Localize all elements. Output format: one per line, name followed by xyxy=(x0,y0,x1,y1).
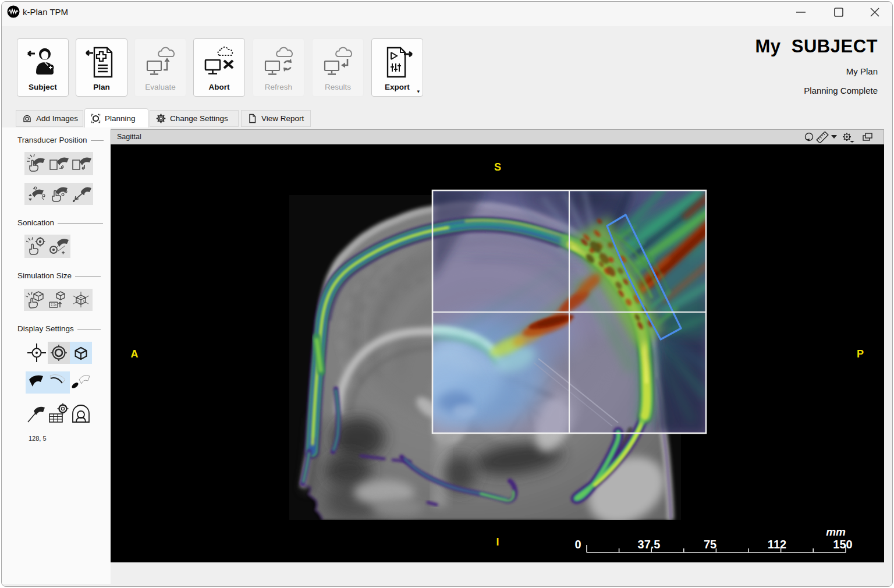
svg-text:S: S xyxy=(494,161,501,173)
svg-text:I: I xyxy=(496,536,499,548)
svg-text:112: 112 xyxy=(768,538,786,551)
svg-text:37.5: 37.5 xyxy=(638,538,661,551)
svg-text:mm: mm xyxy=(826,526,846,538)
svg-text:150: 150 xyxy=(833,538,852,551)
svg-text:A: A xyxy=(131,348,139,360)
svg-text:P: P xyxy=(857,348,864,360)
svg-text:0: 0 xyxy=(574,538,581,551)
svg-text:75: 75 xyxy=(704,538,716,551)
